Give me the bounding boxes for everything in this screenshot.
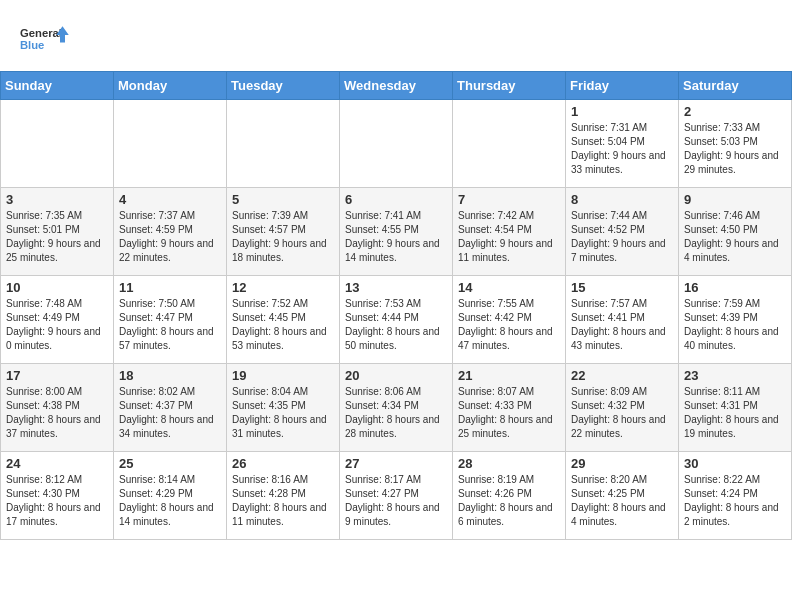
day-info: Sunrise: 7:55 AMSunset: 4:42 PMDaylight:… bbox=[458, 297, 560, 353]
calendar-cell bbox=[340, 100, 453, 188]
day-number: 30 bbox=[684, 456, 786, 471]
day-info: Sunrise: 8:00 AMSunset: 4:38 PMDaylight:… bbox=[6, 385, 108, 441]
day-number: 21 bbox=[458, 368, 560, 383]
logo-svg: General Blue bbox=[20, 18, 70, 63]
day-number: 25 bbox=[119, 456, 221, 471]
calendar-cell: 27Sunrise: 8:17 AMSunset: 4:27 PMDayligh… bbox=[340, 452, 453, 540]
calendar-body: 1Sunrise: 7:31 AMSunset: 5:04 PMDaylight… bbox=[1, 100, 792, 540]
day-number: 11 bbox=[119, 280, 221, 295]
day-number: 17 bbox=[6, 368, 108, 383]
calendar-cell: 8Sunrise: 7:44 AMSunset: 4:52 PMDaylight… bbox=[566, 188, 679, 276]
calendar-cell: 26Sunrise: 8:16 AMSunset: 4:28 PMDayligh… bbox=[227, 452, 340, 540]
day-info: Sunrise: 8:04 AMSunset: 4:35 PMDaylight:… bbox=[232, 385, 334, 441]
calendar-cell: 11Sunrise: 7:50 AMSunset: 4:47 PMDayligh… bbox=[114, 276, 227, 364]
day-info: Sunrise: 8:19 AMSunset: 4:26 PMDaylight:… bbox=[458, 473, 560, 529]
calendar-cell: 13Sunrise: 7:53 AMSunset: 4:44 PMDayligh… bbox=[340, 276, 453, 364]
day-info: Sunrise: 8:09 AMSunset: 4:32 PMDaylight:… bbox=[571, 385, 673, 441]
calendar-cell bbox=[1, 100, 114, 188]
day-info: Sunrise: 7:46 AMSunset: 4:50 PMDaylight:… bbox=[684, 209, 786, 265]
column-header-sunday: Sunday bbox=[1, 72, 114, 100]
calendar-cell: 22Sunrise: 8:09 AMSunset: 4:32 PMDayligh… bbox=[566, 364, 679, 452]
calendar-cell: 24Sunrise: 8:12 AMSunset: 4:30 PMDayligh… bbox=[1, 452, 114, 540]
day-info: Sunrise: 8:17 AMSunset: 4:27 PMDaylight:… bbox=[345, 473, 447, 529]
calendar-cell: 23Sunrise: 8:11 AMSunset: 4:31 PMDayligh… bbox=[679, 364, 792, 452]
day-info: Sunrise: 7:52 AMSunset: 4:45 PMDaylight:… bbox=[232, 297, 334, 353]
week-row-1: 1Sunrise: 7:31 AMSunset: 5:04 PMDaylight… bbox=[1, 100, 792, 188]
calendar-cell: 6Sunrise: 7:41 AMSunset: 4:55 PMDaylight… bbox=[340, 188, 453, 276]
day-number: 3 bbox=[6, 192, 108, 207]
day-number: 19 bbox=[232, 368, 334, 383]
day-number: 4 bbox=[119, 192, 221, 207]
day-number: 28 bbox=[458, 456, 560, 471]
calendar-cell bbox=[114, 100, 227, 188]
calendar-cell: 25Sunrise: 8:14 AMSunset: 4:29 PMDayligh… bbox=[114, 452, 227, 540]
day-info: Sunrise: 8:12 AMSunset: 4:30 PMDaylight:… bbox=[6, 473, 108, 529]
calendar-cell: 2Sunrise: 7:33 AMSunset: 5:03 PMDaylight… bbox=[679, 100, 792, 188]
day-number: 13 bbox=[345, 280, 447, 295]
day-number: 10 bbox=[6, 280, 108, 295]
calendar-cell: 28Sunrise: 8:19 AMSunset: 4:26 PMDayligh… bbox=[453, 452, 566, 540]
day-info: Sunrise: 7:57 AMSunset: 4:41 PMDaylight:… bbox=[571, 297, 673, 353]
calendar-cell: 10Sunrise: 7:48 AMSunset: 4:49 PMDayligh… bbox=[1, 276, 114, 364]
day-info: Sunrise: 7:37 AMSunset: 4:59 PMDaylight:… bbox=[119, 209, 221, 265]
calendar-cell: 15Sunrise: 7:57 AMSunset: 4:41 PMDayligh… bbox=[566, 276, 679, 364]
calendar-cell: 9Sunrise: 7:46 AMSunset: 4:50 PMDaylight… bbox=[679, 188, 792, 276]
column-header-monday: Monday bbox=[114, 72, 227, 100]
column-header-wednesday: Wednesday bbox=[340, 72, 453, 100]
day-info: Sunrise: 7:42 AMSunset: 4:54 PMDaylight:… bbox=[458, 209, 560, 265]
column-header-thursday: Thursday bbox=[453, 72, 566, 100]
week-row-4: 17Sunrise: 8:00 AMSunset: 4:38 PMDayligh… bbox=[1, 364, 792, 452]
day-info: Sunrise: 7:39 AMSunset: 4:57 PMDaylight:… bbox=[232, 209, 334, 265]
day-info: Sunrise: 7:31 AMSunset: 5:04 PMDaylight:… bbox=[571, 121, 673, 177]
calendar-cell: 14Sunrise: 7:55 AMSunset: 4:42 PMDayligh… bbox=[453, 276, 566, 364]
day-number: 27 bbox=[345, 456, 447, 471]
calendar-header-row: SundayMondayTuesdayWednesdayThursdayFrid… bbox=[1, 72, 792, 100]
day-number: 20 bbox=[345, 368, 447, 383]
calendar-cell: 30Sunrise: 8:22 AMSunset: 4:24 PMDayligh… bbox=[679, 452, 792, 540]
day-number: 5 bbox=[232, 192, 334, 207]
day-number: 16 bbox=[684, 280, 786, 295]
day-info: Sunrise: 7:44 AMSunset: 4:52 PMDaylight:… bbox=[571, 209, 673, 265]
day-info: Sunrise: 8:14 AMSunset: 4:29 PMDaylight:… bbox=[119, 473, 221, 529]
day-info: Sunrise: 7:35 AMSunset: 5:01 PMDaylight:… bbox=[6, 209, 108, 265]
day-info: Sunrise: 7:33 AMSunset: 5:03 PMDaylight:… bbox=[684, 121, 786, 177]
day-number: 29 bbox=[571, 456, 673, 471]
calendar-cell: 4Sunrise: 7:37 AMSunset: 4:59 PMDaylight… bbox=[114, 188, 227, 276]
calendar-cell: 7Sunrise: 7:42 AMSunset: 4:54 PMDaylight… bbox=[453, 188, 566, 276]
day-info: Sunrise: 8:02 AMSunset: 4:37 PMDaylight:… bbox=[119, 385, 221, 441]
day-number: 14 bbox=[458, 280, 560, 295]
calendar-cell bbox=[227, 100, 340, 188]
page-header: General Blue bbox=[0, 0, 792, 71]
calendar-cell: 20Sunrise: 8:06 AMSunset: 4:34 PMDayligh… bbox=[340, 364, 453, 452]
day-number: 1 bbox=[571, 104, 673, 119]
day-number: 26 bbox=[232, 456, 334, 471]
day-info: Sunrise: 8:06 AMSunset: 4:34 PMDaylight:… bbox=[345, 385, 447, 441]
calendar-table: SundayMondayTuesdayWednesdayThursdayFrid… bbox=[0, 71, 792, 540]
column-header-tuesday: Tuesday bbox=[227, 72, 340, 100]
calendar-cell: 29Sunrise: 8:20 AMSunset: 4:25 PMDayligh… bbox=[566, 452, 679, 540]
day-info: Sunrise: 7:53 AMSunset: 4:44 PMDaylight:… bbox=[345, 297, 447, 353]
day-info: Sunrise: 8:07 AMSunset: 4:33 PMDaylight:… bbox=[458, 385, 560, 441]
day-number: 7 bbox=[458, 192, 560, 207]
calendar-cell: 5Sunrise: 7:39 AMSunset: 4:57 PMDaylight… bbox=[227, 188, 340, 276]
day-number: 9 bbox=[684, 192, 786, 207]
day-number: 22 bbox=[571, 368, 673, 383]
week-row-5: 24Sunrise: 8:12 AMSunset: 4:30 PMDayligh… bbox=[1, 452, 792, 540]
column-header-saturday: Saturday bbox=[679, 72, 792, 100]
day-info: Sunrise: 7:59 AMSunset: 4:39 PMDaylight:… bbox=[684, 297, 786, 353]
day-number: 15 bbox=[571, 280, 673, 295]
day-info: Sunrise: 7:48 AMSunset: 4:49 PMDaylight:… bbox=[6, 297, 108, 353]
calendar-cell: 1Sunrise: 7:31 AMSunset: 5:04 PMDaylight… bbox=[566, 100, 679, 188]
day-info: Sunrise: 8:11 AMSunset: 4:31 PMDaylight:… bbox=[684, 385, 786, 441]
day-number: 8 bbox=[571, 192, 673, 207]
calendar-cell: 17Sunrise: 8:00 AMSunset: 4:38 PMDayligh… bbox=[1, 364, 114, 452]
day-info: Sunrise: 8:16 AMSunset: 4:28 PMDaylight:… bbox=[232, 473, 334, 529]
calendar-cell: 12Sunrise: 7:52 AMSunset: 4:45 PMDayligh… bbox=[227, 276, 340, 364]
day-info: Sunrise: 8:22 AMSunset: 4:24 PMDaylight:… bbox=[684, 473, 786, 529]
week-row-3: 10Sunrise: 7:48 AMSunset: 4:49 PMDayligh… bbox=[1, 276, 792, 364]
calendar-cell: 21Sunrise: 8:07 AMSunset: 4:33 PMDayligh… bbox=[453, 364, 566, 452]
calendar-cell: 18Sunrise: 8:02 AMSunset: 4:37 PMDayligh… bbox=[114, 364, 227, 452]
day-info: Sunrise: 8:20 AMSunset: 4:25 PMDaylight:… bbox=[571, 473, 673, 529]
day-number: 12 bbox=[232, 280, 334, 295]
day-info: Sunrise: 7:50 AMSunset: 4:47 PMDaylight:… bbox=[119, 297, 221, 353]
